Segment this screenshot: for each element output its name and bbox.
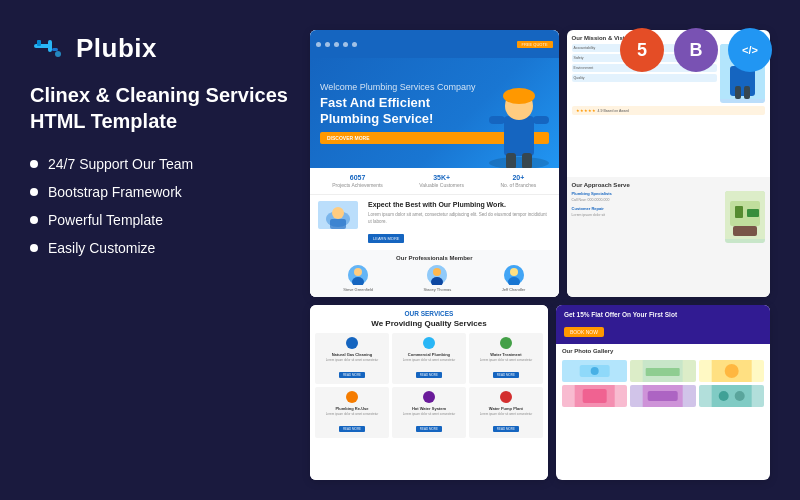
service-icon: [346, 337, 358, 349]
svg-rect-16: [330, 219, 346, 229]
service-desc: Lorem ipsum dolor sit amet consectetur: [319, 412, 385, 416]
features-list: 24/7 Support Our Team Bootstrap Framewor…: [30, 156, 290, 256]
member-name: Jeff Chandler: [502, 287, 526, 292]
service-btn[interactable]: READ MORE: [339, 426, 365, 432]
stat-label: Valuable Customers: [419, 182, 464, 188]
service-btn[interactable]: READ MORE: [493, 372, 519, 378]
svg-point-18: [354, 268, 362, 276]
svg-rect-2: [52, 48, 58, 51]
svg-rect-44: [583, 389, 607, 403]
stats-bar: 6057 Projects Achievements 35K+ Valuable…: [310, 168, 559, 195]
right-panel: FREE QUOTE Welcome Plumbing Services Com…: [310, 30, 770, 480]
gallery-thumb: [630, 385, 695, 407]
nav-dot: [343, 42, 348, 47]
stat-item: 35K+ Valuable Customers: [419, 174, 464, 188]
stat-item: 20+ No. of Branches: [500, 174, 536, 188]
stat-item: 6057 Projects Achievements: [332, 174, 383, 188]
gallery-thumb: [699, 360, 764, 382]
svg-rect-46: [648, 391, 678, 401]
approach-title: Our Approach Serve: [572, 182, 765, 188]
service-card: Natural Gas Cleaning Lorem ipsum dolor s…: [315, 333, 389, 384]
avatar: [427, 265, 447, 285]
member-name: Steve Greenfield: [343, 287, 373, 292]
service-icon: [346, 391, 358, 403]
gallery-thumb: [699, 385, 764, 407]
gallery-section: Our Photo Gallery: [556, 344, 770, 409]
services-screenshot: OUR SERVICES We Providing Quality Servic…: [310, 305, 548, 481]
photo-gallery: [562, 360, 764, 407]
approach-item: Customer Repair: [572, 206, 722, 211]
logo-text: Plubix: [76, 33, 157, 64]
list-item: Bootstrap Framework: [30, 184, 290, 200]
service-desc: Lorem ipsum dolor sit amet consectetur: [396, 412, 462, 416]
service-card: Commercial Plumbing Lorem ipsum dolor si…: [392, 333, 466, 384]
preview-row-2: OUR SERVICES We Providing Quality Servic…: [310, 305, 770, 481]
service-btn[interactable]: READ MORE: [416, 426, 442, 432]
gallery-thumb: [562, 360, 627, 382]
approach-desc: Call Now: 000-0000-000: [572, 198, 722, 202]
svg-rect-34: [747, 209, 759, 217]
svg-point-48: [718, 391, 728, 401]
approach-image: [725, 191, 765, 243]
approach-desc: Lorem ipsum dolor sit: [572, 213, 722, 217]
feature-text: Easily Customize: [48, 240, 155, 256]
service-btn[interactable]: READ MORE: [416, 372, 442, 378]
promo-preview: Get 15% Flat Offer On Your First Slot BO…: [556, 305, 770, 481]
service-icon: [423, 337, 435, 349]
team-member: Stacey Thomas: [423, 265, 451, 292]
service-icon: [500, 391, 512, 403]
bullet-icon: [30, 188, 38, 196]
section-text-area: Expect the Best with Our Plumbing Work. …: [368, 201, 551, 244]
service-desc: Lorem ipsum dolor sit amet consectetur: [473, 412, 539, 416]
svg-rect-30: [744, 86, 750, 99]
free-quote-btn[interactable]: FREE QUOTE: [517, 41, 553, 48]
code-badge: </>: [728, 28, 772, 72]
main-preview: FREE QUOTE Welcome Plumbing Services Com…: [310, 30, 559, 297]
bootstrap-badge: B: [674, 28, 718, 72]
hero-section: Welcome Plumbing Services Company Fast A…: [310, 58, 559, 168]
service-card: Plumbing Re-Use Lorem ipsum dolor sit am…: [315, 387, 389, 438]
list-item: Easily Customize: [30, 240, 290, 256]
approach-list: Plumbing Specialists Call Now: 000-0000-…: [572, 191, 722, 243]
tagline: Clinex & Cleaning Services HTML Template: [30, 82, 290, 134]
service-name: Water Pump Plant: [473, 406, 539, 411]
team-section: Our Professionals Member: [310, 250, 559, 297]
promo-button[interactable]: BOOK NOW: [564, 327, 604, 337]
main-screenshot: FREE QUOTE Welcome Plumbing Services Com…: [310, 30, 559, 297]
faucet-icon: [30, 30, 66, 66]
stat-number: 20+: [500, 174, 536, 181]
team-member: Jeff Chandler: [502, 265, 526, 292]
svg-rect-0: [34, 44, 50, 48]
svg-rect-1: [48, 40, 52, 52]
rating-text: 4.9 Based on Award: [598, 109, 629, 113]
svg-point-24: [510, 268, 518, 276]
learn-more-btn[interactable]: LEARN MORE: [368, 234, 404, 243]
svg-rect-12: [522, 153, 532, 168]
service-btn[interactable]: READ MORE: [493, 426, 519, 432]
logo-area: Plubix: [30, 30, 290, 66]
service-name: Natural Gas Cleaning: [319, 352, 385, 357]
services-preview: OUR SERVICES We Providing Quality Servic…: [310, 305, 548, 481]
gallery-thumb: [630, 360, 695, 382]
svg-rect-40: [646, 368, 680, 376]
service-name: Plumbing Re-Use: [319, 406, 385, 411]
main-card: Plubix Clinex & Cleaning Services HTML T…: [0, 0, 800, 500]
svg-rect-8: [533, 116, 549, 124]
service-name: Water Treatment: [473, 352, 539, 357]
service-card: Water Treatment Lorem ipsum dolor sit am…: [469, 333, 543, 384]
html5-badge: 5: [620, 28, 664, 72]
svg-point-10: [503, 88, 535, 104]
team-members: Steve Greenfield St: [318, 265, 551, 292]
service-card: Water Pump Plant Lorem ipsum dolor sit a…: [469, 387, 543, 438]
svg-point-38: [591, 367, 599, 375]
bullet-icon: [30, 160, 38, 168]
nav-dot: [352, 42, 357, 47]
svg-point-5: [489, 157, 549, 168]
service-btn[interactable]: READ MORE: [339, 372, 365, 378]
nav-dot: [316, 42, 321, 47]
gallery-title: Our Photo Gallery: [562, 348, 764, 354]
avatar: [348, 265, 368, 285]
content-image: [318, 201, 358, 229]
team-title: Our Professionals Member: [318, 255, 551, 261]
promo-title: Get 15% Flat Offer On Your First Slot: [564, 311, 762, 318]
